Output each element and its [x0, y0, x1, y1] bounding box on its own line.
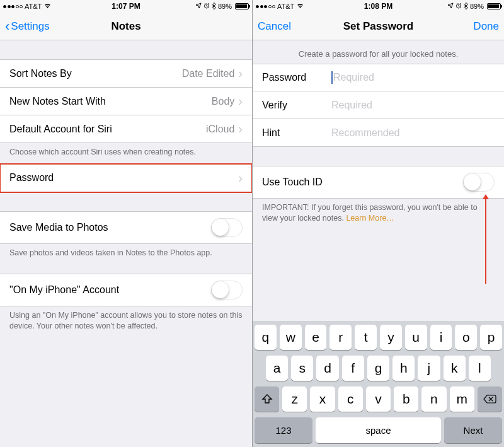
- content-scroll[interactable]: Sort Notes By Date Edited› New Notes Sta…: [0, 40, 252, 447]
- keyboard-row-4: 123 space Next: [255, 417, 502, 443]
- keyboard: q w e r t y u i o p a s d f g h j k l z: [253, 321, 504, 447]
- row-value: iCloud: [206, 124, 234, 135]
- bluetooth-icon: [464, 3, 468, 11]
- footer-important: IMPORTANT: If you forget this password, …: [253, 199, 504, 230]
- key-next[interactable]: Next: [444, 417, 502, 443]
- alarm-icon: [203, 3, 210, 10]
- key-g[interactable]: g: [367, 356, 389, 381]
- row-label: New Notes Start With: [9, 96, 212, 107]
- row-label: Sort Notes By: [9, 68, 182, 79]
- battery-icon: [487, 3, 501, 9]
- key-m[interactable]: m: [450, 386, 474, 412]
- row-hint-field[interactable]: Hint: [253, 119, 504, 147]
- back-label: Settings: [11, 20, 49, 33]
- row-password[interactable]: Password ›: [0, 164, 252, 192]
- row-verify-field[interactable]: Verify: [253, 91, 504, 119]
- hint-input[interactable]: [331, 127, 495, 139]
- key-y[interactable]: y: [380, 325, 402, 350]
- back-button[interactable]: ‹ Settings: [5, 20, 50, 33]
- row-value: Body: [212, 96, 234, 107]
- key-space[interactable]: space: [316, 417, 441, 443]
- key-h[interactable]: h: [392, 356, 415, 381]
- key-n[interactable]: n: [421, 386, 446, 412]
- key-d[interactable]: d: [316, 356, 338, 381]
- toggle-touch-id[interactable]: [463, 173, 495, 192]
- key-q[interactable]: q: [255, 325, 277, 350]
- toggle-save-media[interactable]: [211, 218, 243, 237]
- key-s[interactable]: s: [291, 356, 313, 381]
- bluetooth-icon: [212, 3, 216, 11]
- key-z[interactable]: z: [282, 386, 307, 412]
- wifi-icon: [296, 3, 304, 10]
- row-label: Default Account for Siri: [9, 124, 206, 135]
- key-l[interactable]: l: [469, 356, 491, 381]
- annotation-arrow: [485, 195, 486, 284]
- key-b[interactable]: b: [394, 386, 418, 412]
- statusbar-time: 1:07 PM: [112, 2, 140, 11]
- key-i[interactable]: i: [430, 325, 452, 350]
- key-j[interactable]: j: [418, 356, 440, 381]
- row-label: Password: [9, 172, 238, 183]
- nav-title: Notes: [111, 20, 140, 33]
- field-label: Password: [262, 72, 331, 83]
- battery-pct: 89%: [218, 3, 232, 10]
- toggle-on-my-iphone[interactable]: [211, 281, 243, 299]
- row-value: Date Edited: [182, 68, 235, 79]
- row-label: "On My iPhone" Account: [9, 284, 211, 296]
- key-w[interactable]: w: [280, 325, 302, 350]
- row-label: Use Touch ID: [262, 177, 463, 188]
- key-123[interactable]: 123: [255, 417, 312, 443]
- key-t[interactable]: t: [355, 325, 377, 350]
- navbar: Cancel Set Password Done: [253, 13, 504, 40]
- row-sort-notes[interactable]: Sort Notes By Date Edited›: [0, 59, 252, 88]
- footer-on-my-iphone: Using an "On My iPhone" account allows y…: [0, 306, 252, 338]
- row-password-field[interactable]: Password Required: [253, 64, 504, 91]
- row-default-account-siri[interactable]: Default Account for Siri iCloud›: [0, 115, 252, 143]
- key-c[interactable]: c: [338, 386, 363, 412]
- text-cursor: [331, 71, 333, 84]
- nav-title: Set Password: [343, 20, 414, 33]
- key-backspace[interactable]: [478, 386, 502, 412]
- row-save-media[interactable]: Save Media to Photos: [0, 211, 252, 244]
- row-on-my-iphone[interactable]: "On My iPhone" Account: [0, 274, 252, 306]
- battery-icon: [235, 3, 249, 9]
- footer-siri: Choose which account Siri uses when crea…: [0, 143, 252, 164]
- signal-dots-icon: [256, 5, 275, 8]
- key-shift[interactable]: [255, 386, 279, 412]
- key-a[interactable]: a: [266, 356, 288, 381]
- carrier-label: AT&T: [277, 3, 294, 10]
- key-u[interactable]: u: [405, 325, 427, 350]
- row-use-touch-id[interactable]: Use Touch ID: [253, 166, 504, 199]
- chevron-left-icon: ‹: [5, 20, 9, 33]
- verify-input[interactable]: [331, 100, 495, 111]
- cancel-label: Cancel: [258, 20, 291, 33]
- key-p[interactable]: p: [480, 325, 502, 350]
- backspace-icon: [483, 394, 496, 404]
- key-r[interactable]: r: [329, 325, 352, 350]
- content-scroll[interactable]: Create a password for all your locked no…: [253, 40, 504, 321]
- alarm-icon: [455, 3, 462, 10]
- battery-pct: 89%: [470, 3, 484, 10]
- status-bar: AT&T 1:07 PM 89%: [0, 0, 252, 13]
- done-label: Done: [473, 20, 499, 33]
- carrier-label: AT&T: [25, 3, 42, 10]
- row-label: Save Media to Photos: [9, 222, 211, 233]
- location-icon: [195, 3, 202, 10]
- key-f[interactable]: f: [342, 356, 364, 381]
- screen-set-password: AT&T 1:08 PM 89% Cancel Set Password D: [252, 0, 504, 447]
- field-label: Hint: [262, 127, 331, 139]
- done-button[interactable]: Done: [473, 20, 499, 33]
- shift-icon: [261, 394, 273, 404]
- cancel-button[interactable]: Cancel: [258, 20, 291, 33]
- signal-dots-icon: [3, 5, 23, 8]
- row-new-notes[interactable]: New Notes Start With Body›: [0, 88, 252, 115]
- key-x[interactable]: x: [310, 386, 335, 412]
- key-v[interactable]: v: [366, 386, 391, 412]
- statusbar-time: 1:08 PM: [364, 2, 392, 11]
- learn-more-link[interactable]: Learn More…: [346, 214, 394, 223]
- keyboard-row-2: a s d f g h j k l: [255, 356, 502, 381]
- key-o[interactable]: o: [455, 325, 477, 350]
- status-bar: AT&T 1:08 PM 89%: [253, 0, 504, 13]
- key-k[interactable]: k: [444, 356, 466, 381]
- key-e[interactable]: e: [305, 325, 327, 350]
